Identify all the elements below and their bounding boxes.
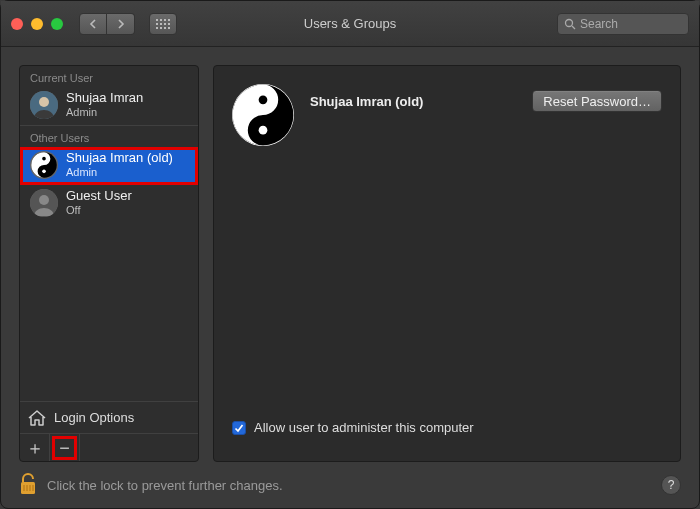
user-role: Admin — [66, 106, 143, 119]
user-role: Off — [66, 204, 132, 217]
svg-point-17 — [42, 157, 46, 161]
silhouette-icon — [30, 189, 58, 217]
yinyang-icon — [31, 152, 57, 178]
person-avatar-icon — [30, 91, 58, 119]
avatar — [30, 151, 58, 179]
reset-password-button[interactable]: Reset Password… — [532, 90, 662, 112]
svg-rect-9 — [160, 27, 162, 29]
add-remove-bar: ＋ − — [20, 433, 198, 461]
svg-rect-2 — [164, 19, 166, 21]
minus-icon: − — [59, 439, 70, 457]
admin-checkbox[interactable] — [232, 421, 246, 435]
profile-display-name: Shujaa Imran (old) — [310, 94, 423, 109]
window: Users & Groups Search Current User Shuja… — [0, 0, 700, 509]
toolbar: Users & Groups Search — [1, 1, 699, 47]
svg-rect-1 — [160, 19, 162, 21]
svg-point-22 — [259, 95, 268, 104]
svg-point-20 — [39, 195, 49, 205]
check-icon — [234, 423, 244, 433]
plus-icon: ＋ — [26, 439, 44, 457]
svg-rect-3 — [168, 19, 170, 21]
svg-rect-0 — [156, 19, 158, 21]
chevron-right-icon — [117, 19, 125, 29]
reset-password-label: Reset Password… — [543, 94, 651, 109]
login-options-button[interactable]: Login Options — [20, 401, 198, 433]
help-button[interactable]: ? — [661, 475, 681, 495]
svg-rect-11 — [168, 27, 170, 29]
lock-button[interactable] — [19, 473, 37, 498]
show-all-prefs-button[interactable] — [149, 13, 177, 35]
avatar — [30, 189, 58, 217]
section-header-other: Other Users — [20, 126, 198, 147]
zoom-window-button[interactable] — [51, 18, 63, 30]
footer: Click the lock to prevent further change… — [1, 462, 699, 508]
close-window-button[interactable] — [11, 18, 23, 30]
user-list-sidebar: Current User Shujaa Imran Admin Other Us… — [19, 65, 199, 462]
lock-hint-text: Click the lock to prevent further change… — [47, 478, 283, 493]
svg-point-12 — [566, 19, 573, 26]
login-options-label: Login Options — [54, 410, 134, 425]
forward-button[interactable] — [107, 13, 135, 35]
user-role: Admin — [66, 166, 173, 179]
search-icon — [564, 18, 576, 30]
remove-user-button[interactable]: − — [50, 434, 80, 462]
section-header-current: Current User — [20, 66, 198, 87]
svg-rect-5 — [160, 23, 162, 25]
svg-point-18 — [42, 170, 46, 174]
user-name: Guest User — [66, 189, 132, 204]
avatar — [30, 91, 58, 119]
chevron-left-icon — [89, 19, 97, 29]
sidebar-item-current-user[interactable]: Shujaa Imran Admin — [20, 87, 198, 125]
svg-point-15 — [39, 97, 49, 107]
nav-buttons — [79, 13, 135, 35]
question-icon: ? — [668, 478, 675, 492]
svg-line-13 — [572, 26, 575, 29]
unlock-icon — [19, 473, 37, 495]
user-name: Shujaa Imran — [66, 91, 143, 106]
yinyang-icon — [232, 84, 294, 146]
grid-icon — [156, 19, 170, 29]
minimize-window-button[interactable] — [31, 18, 43, 30]
sidebar-item-other-user[interactable]: Shujaa Imran (old) Admin — [20, 147, 198, 185]
svg-rect-10 — [164, 27, 166, 29]
add-user-button[interactable]: ＋ — [20, 434, 50, 462]
search-placeholder: Search — [580, 17, 618, 31]
body: Current User Shujaa Imran Admin Other Us… — [1, 47, 699, 462]
svg-rect-8 — [156, 27, 158, 29]
profile-avatar[interactable] — [232, 84, 294, 146]
profile-header: Shujaa Imran (old) Reset Password… — [232, 84, 662, 146]
admin-checkbox-row: Allow user to administer this computer — [232, 420, 662, 443]
svg-rect-6 — [164, 23, 166, 25]
svg-rect-7 — [168, 23, 170, 25]
user-name: Shujaa Imran (old) — [66, 151, 173, 166]
back-button[interactable] — [79, 13, 107, 35]
window-controls — [11, 18, 63, 30]
svg-point-23 — [259, 126, 268, 135]
search-input[interactable]: Search — [557, 13, 689, 35]
admin-checkbox-label: Allow user to administer this computer — [254, 420, 474, 435]
svg-rect-4 — [156, 23, 158, 25]
sidebar-item-guest-user[interactable]: Guest User Off — [20, 185, 198, 223]
house-icon — [28, 410, 46, 426]
user-detail-panel: Shujaa Imran (old) Reset Password… Allow… — [213, 65, 681, 462]
